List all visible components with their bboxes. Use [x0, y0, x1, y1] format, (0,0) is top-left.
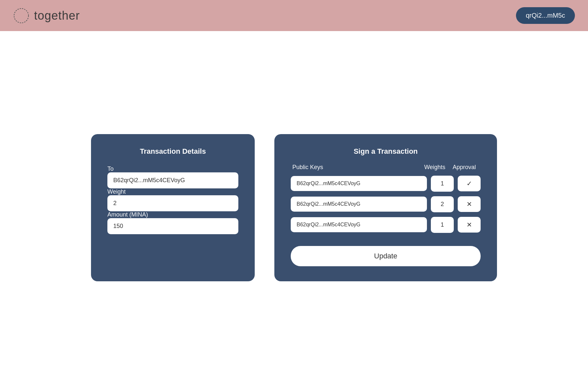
logo-text: together — [34, 9, 80, 23]
sign-row-2: ✕ — [291, 196, 481, 212]
weight-label: Weight — [107, 188, 126, 195]
together-logo-icon — [13, 8, 29, 24]
weight-input-3[interactable] — [431, 217, 454, 233]
sign-transaction-title: Sign a Transaction — [291, 147, 481, 156]
header: together qrQi2...mM5c — [0, 0, 588, 31]
amount-field-group: Amount (MINA) — [107, 211, 238, 234]
weight-field-group: Weight — [107, 188, 238, 211]
logo-area: together — [13, 8, 80, 24]
main-content: Transaction Details To Weight Amount (MI… — [0, 31, 588, 384]
col-weights-header: Weights — [420, 164, 450, 171]
update-button[interactable]: Update — [291, 246, 481, 266]
public-key-input-3[interactable] — [291, 217, 427, 232]
to-input[interactable] — [107, 172, 238, 188]
approval-button-3[interactable]: ✕ — [458, 217, 481, 233]
wallet-button[interactable]: qrQi2...mM5c — [516, 7, 575, 24]
weight-input[interactable] — [107, 195, 238, 211]
public-key-input-1[interactable] — [291, 176, 427, 191]
weight-input-2[interactable] — [431, 196, 454, 212]
to-field-group: To — [107, 166, 238, 188]
col-public-keys-header: Public Keys — [292, 164, 420, 171]
weight-input-1[interactable] — [431, 176, 454, 192]
approval-button-2[interactable]: ✕ — [458, 196, 481, 212]
amount-input[interactable] — [107, 218, 238, 234]
sign-row-3: ✕ — [291, 217, 481, 233]
to-label: To — [107, 166, 114, 172]
transaction-details-card: Transaction Details To Weight Amount (MI… — [91, 134, 255, 281]
sign-row-1: ✓ — [291, 176, 481, 192]
approval-button-1[interactable]: ✓ — [458, 176, 481, 191]
sign-table-header: Public Keys Weights Approval — [291, 164, 481, 171]
col-approval-header: Approval — [450, 164, 479, 171]
sign-transaction-card: Sign a Transaction Public Keys Weights A… — [274, 134, 497, 281]
transaction-details-title: Transaction Details — [107, 147, 238, 156]
amount-label: Amount (MINA) — [107, 211, 148, 218]
svg-point-0 — [14, 9, 28, 23]
public-key-input-2[interactable] — [291, 197, 427, 212]
